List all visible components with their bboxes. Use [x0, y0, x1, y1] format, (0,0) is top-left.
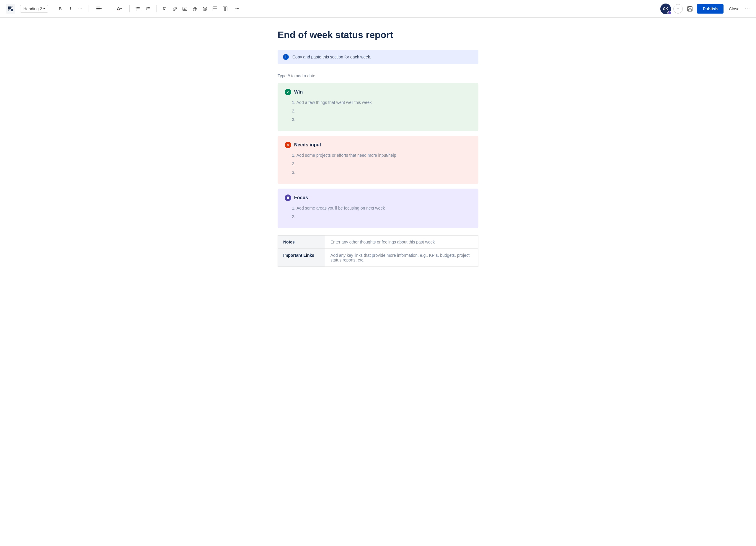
svg-rect-24: [689, 6, 691, 8]
win-list: Add a few things that went well this wee…: [285, 100, 471, 123]
link-button[interactable]: [170, 4, 180, 14]
list-item[interactable]: Add some areas you'll be focusing on nex…: [296, 205, 471, 211]
toolbar-divider-2: [89, 5, 89, 12]
list-item[interactable]: [296, 170, 471, 176]
focus-list: Add some areas you'll be focusing on nex…: [285, 205, 471, 220]
toolbar-divider-4: [129, 5, 130, 12]
notes-value[interactable]: Enter any other thoughts or feelings abo…: [325, 236, 478, 249]
svg-point-1: [136, 7, 136, 8]
svg-point-16: [204, 8, 204, 9]
insert-group: ☑ @ +▾: [160, 4, 243, 14]
italic-button[interactable]: I: [66, 4, 75, 14]
content-area: End of week status report i Copy and pas…: [260, 18, 496, 290]
svg-rect-4: [137, 9, 140, 9]
toolbar-divider-1: [52, 5, 52, 12]
needs-input-title: Needs input: [294, 142, 321, 148]
focus-title: Focus: [294, 195, 308, 201]
save-icon-button[interactable]: [685, 4, 695, 14]
more-formatting-button[interactable]: ···: [76, 4, 85, 14]
win-icon: ✓: [285, 89, 291, 95]
svg-rect-22: [225, 7, 227, 11]
heading-selector[interactable]: Heading 2 ▾: [20, 5, 48, 13]
toolbar-divider-5: [156, 5, 157, 12]
needs-input-header: ✕ Needs input: [285, 142, 471, 148]
info-icon: i: [283, 54, 289, 60]
svg-rect-8: [147, 7, 150, 8]
svg-point-3: [136, 8, 136, 9]
focus-section-header: Focus: [285, 195, 471, 201]
win-title: Win: [294, 89, 303, 95]
table-row: Important Links Add any key links that p…: [278, 249, 478, 267]
table-row: Notes Enter any other thoughts or feelin…: [278, 236, 478, 249]
align-group: ☰▾: [92, 4, 105, 14]
notes-label: Notes: [278, 236, 325, 249]
emoji-button[interactable]: [200, 4, 210, 14]
text-formatting-group: B I ···: [56, 4, 85, 14]
svg-point-14: [184, 8, 185, 9]
win-section: ✓ Win Add a few things that went well th…: [278, 83, 478, 131]
list-item[interactable]: Add a few things that went well this wee…: [296, 100, 471, 106]
needs-input-section: ✕ Needs input Add some projects or effor…: [278, 136, 478, 184]
toolbar: Heading 2 ▾ B I ··· ☰▾ A▾: [0, 0, 756, 18]
win-section-header: ✓ Win: [285, 89, 471, 95]
svg-rect-26: [287, 197, 289, 199]
svg-rect-12: [147, 10, 150, 10]
notes-table: Notes Enter any other thoughts or feelin…: [278, 235, 478, 267]
list-item[interactable]: [296, 161, 471, 167]
bold-button[interactable]: B: [56, 4, 65, 14]
date-prompt[interactable]: Type // to add a date: [278, 74, 478, 78]
svg-rect-6: [137, 10, 140, 10]
avatar-badge: C: [667, 11, 672, 15]
add-collaborator-button[interactable]: +: [673, 4, 683, 14]
toolbar-right: CK C + Publish Close ···: [660, 4, 750, 14]
needs-input-list: Add some projects or efforts that need m…: [285, 152, 471, 176]
svg-point-17: [205, 8, 206, 9]
insert-plus-button[interactable]: +▾: [230, 4, 243, 14]
svg-rect-25: [688, 9, 691, 11]
numbered-list-button[interactable]: 1.2.3.: [143, 4, 153, 14]
important-links-label: Important Links: [278, 249, 325, 267]
needs-input-icon: ✕: [285, 142, 291, 148]
list-group: 1.2.3.: [133, 4, 153, 14]
image-button[interactable]: [180, 4, 190, 14]
align-button[interactable]: ☰▾: [92, 4, 105, 14]
toolbar-divider-3: [109, 5, 109, 12]
svg-rect-21: [223, 7, 225, 11]
list-item[interactable]: [296, 108, 471, 114]
page-title[interactable]: End of week status report: [278, 30, 478, 40]
layout-button[interactable]: [220, 4, 230, 14]
svg-rect-10: [147, 9, 150, 9]
bullet-list-button[interactable]: [133, 4, 143, 14]
table-button[interactable]: [210, 4, 220, 14]
list-item[interactable]: [296, 117, 471, 123]
svg-rect-2: [137, 7, 140, 8]
avatar[interactable]: CK C: [660, 4, 671, 14]
list-item[interactable]: Add some projects or efforts that need m…: [296, 152, 471, 159]
info-banner: i Copy and paste this section for each w…: [278, 50, 478, 64]
text-color-button[interactable]: A▾: [113, 4, 126, 14]
list-item[interactable]: [296, 214, 471, 220]
app-logo[interactable]: [6, 4, 15, 14]
color-group: A▾: [113, 4, 126, 14]
svg-point-5: [136, 9, 136, 10]
focus-icon: [285, 195, 291, 201]
publish-button[interactable]: Publish: [697, 4, 724, 14]
close-button[interactable]: Close: [726, 5, 742, 13]
mention-button[interactable]: @: [190, 4, 200, 14]
focus-section: Focus Add some areas you'll be focusing …: [278, 189, 478, 228]
important-links-value[interactable]: Add any key links that provide more info…: [325, 249, 478, 267]
svg-text:3.: 3.: [146, 9, 147, 11]
info-banner-text: Copy and paste this section for each wee…: [292, 55, 371, 59]
more-options-button[interactable]: ···: [745, 6, 750, 12]
task-button[interactable]: ☑: [160, 4, 170, 14]
